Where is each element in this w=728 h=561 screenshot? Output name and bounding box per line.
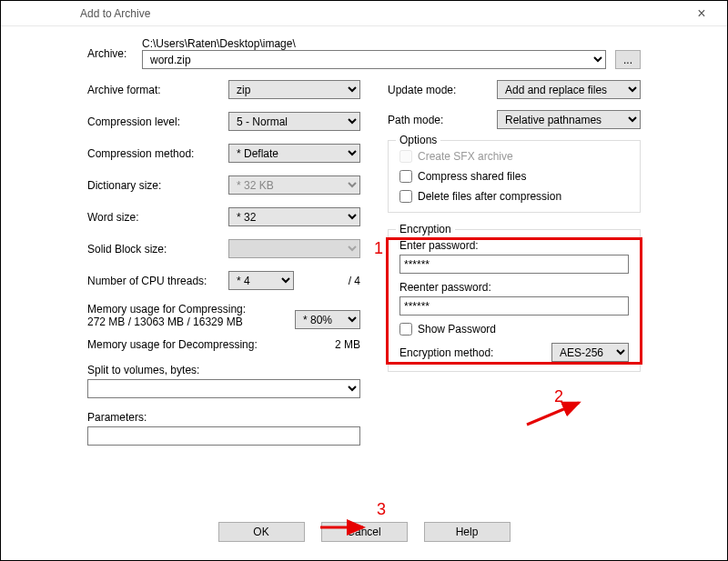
cpu-threads-total: / 4 [294, 275, 360, 287]
ok-button[interactable]: OK [218, 522, 305, 542]
path-mode-label: Path mode: [388, 114, 497, 126]
left-column: Archive format: zip Compression level: 5… [87, 80, 360, 446]
archive-format-select[interactable]: zip [228, 80, 360, 99]
delete-checkbox[interactable] [399, 190, 412, 203]
help-button[interactable]: Help [424, 522, 511, 542]
compression-method-label: Compression method: [87, 147, 228, 160]
dictionary-size-label: Dictionary size: [87, 179, 228, 192]
split-volumes-label: Split to volumes, bytes: [87, 364, 360, 376]
annotation-number-3: 3 [377, 500, 386, 519]
annotation-arrow-3 [318, 519, 374, 536]
shared-checkbox[interactable] [399, 170, 412, 183]
svg-line-0 [527, 403, 579, 425]
shared-label: Compress shared files [418, 170, 526, 183]
memory-compress-label: Memory usage for Compressing: [87, 303, 295, 316]
browse-button[interactable]: ... [615, 50, 641, 69]
archive-label: Archive: [87, 47, 142, 60]
options-legend: Options [396, 134, 440, 146]
close-button[interactable]: × [683, 5, 720, 22]
solid-block-select [228, 239, 360, 258]
parameters-label: Parameters: [87, 411, 360, 424]
annotation-box-1 [386, 237, 642, 365]
solid-block-label: Solid Block size: [87, 243, 228, 255]
cpu-threads-label: Number of CPU threads: [87, 275, 228, 287]
sfx-label: Create SFX archive [418, 150, 513, 163]
memory-decompress-label: Memory usage for Decompressing: [87, 338, 335, 351]
update-mode-label: Update mode: [388, 84, 497, 96]
memory-decompress-value: 2 MB [335, 338, 360, 351]
delete-label: Delete files after compression [418, 190, 561, 203]
compression-level-select[interactable]: 5 - Normal [228, 112, 360, 131]
word-size-select[interactable]: * 32 [228, 207, 360, 226]
compression-level-label: Compression level: [87, 115, 228, 128]
path-mode-select[interactable]: Relative pathnames [497, 110, 641, 129]
parameters-input[interactable] [87, 426, 360, 446]
cpu-threads-select[interactable]: * 4 [228, 271, 294, 290]
memory-percent-select[interactable]: * 80% [295, 310, 360, 329]
archive-format-label: Archive format: [87, 84, 228, 96]
word-size-label: Word size: [87, 211, 228, 224]
encryption-legend: Encryption [396, 223, 455, 235]
update-mode-select[interactable]: Add and replace files [497, 80, 641, 99]
memory-compress-value: 272 MB / 13063 MB / 16329 MB [87, 316, 295, 328]
window-title: Add to Archive [12, 7, 683, 20]
split-volumes-select[interactable] [87, 379, 360, 398]
options-group: Options Create SFX archive Compress shar… [388, 140, 641, 213]
archive-row: Archive: C:\Users\Raten\Desktop\image\ w… [87, 37, 641, 69]
dictionary-size-select[interactable]: * 32 KB [228, 175, 360, 195]
archive-filename-select[interactable]: word.zip [142, 50, 606, 69]
annotation-arrow-2 [522, 399, 595, 431]
compression-method-select[interactable]: * Deflate [228, 144, 360, 163]
archive-path: C:\Users\Raten\Desktop\image\ [142, 37, 641, 50]
sfx-checkbox [399, 150, 412, 163]
annotation-number-1: 1 [374, 239, 383, 258]
titlebar: Add to Archive × [1, 1, 727, 26]
